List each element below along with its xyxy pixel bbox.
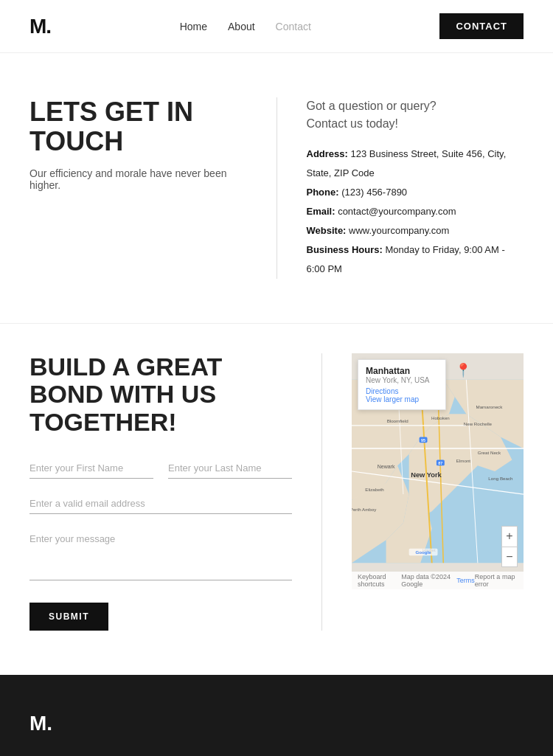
svg-text:Perth Amboy: Perth Amboy <box>352 507 377 512</box>
footer: M. ADDRESS 123 Business Street, Suite 45… <box>0 675 553 756</box>
svg-text:Long Beach: Long Beach <box>488 476 513 481</box>
map-place-sub: New York, NY, USA <box>366 376 438 384</box>
svg-text:Elmont: Elmont <box>456 458 471 463</box>
message-textarea[interactable] <box>29 529 292 580</box>
nav-about[interactable]: About <box>228 21 255 32</box>
first-name-input[interactable] <box>29 458 153 479</box>
map-zoom-in[interactable]: + <box>502 527 517 547</box>
address-row: Address: 123 Business Street, Suite 456,… <box>307 145 524 183</box>
map-zoom-out[interactable]: − <box>502 547 517 566</box>
map-popup: Manhattan New York, NY, USA Directions V… <box>358 359 446 410</box>
first-name-field <box>29 458 153 479</box>
website-row: Website: www.yourcompany.com <box>307 221 524 240</box>
svg-text:87: 87 <box>438 461 442 465</box>
website-label: Website: <box>307 225 347 236</box>
map-pin-icon: 📍 <box>455 362 471 378</box>
message-field-container <box>29 529 292 580</box>
email-field-container <box>29 493 292 514</box>
section-form-map: BUILD A GREAT BOND WITH US TOGETHER! SUB… <box>0 323 553 675</box>
svg-text:Elizabeth: Elizabeth <box>365 487 384 492</box>
nav-home[interactable]: Home <box>180 21 207 32</box>
section1-right: Got a question or query?Contact us today… <box>277 97 524 279</box>
last-name-input[interactable] <box>168 458 292 479</box>
map-keyboard-shortcuts: Keyboard shortcuts <box>358 573 401 588</box>
svg-text:Bloomfield: Bloomfield <box>387 418 409 423</box>
email-label: Email: <box>307 206 335 217</box>
contact-details: Address: 123 Business Street, Suite 456,… <box>307 145 524 279</box>
name-row <box>29 458 292 479</box>
website-value: www.yourcompany.com <box>349 225 449 236</box>
footer-logo: M. <box>29 712 524 735</box>
email-row: Email: contact@yourcompany.com <box>307 202 524 221</box>
phone-value: (123) 456-7890 <box>341 187 407 198</box>
svg-text:Google: Google <box>415 549 431 555</box>
svg-text:New York: New York <box>411 471 442 479</box>
svg-text:Mamaroneck: Mamaroneck <box>476 404 503 409</box>
phone-label: Phone: <box>307 187 339 198</box>
map-place-name: Manhattan <box>366 366 438 376</box>
map-footer: Keyboard shortcuts Map data ©2024 Google… <box>352 572 524 589</box>
map-data-info: Map data ©2024 Google <box>401 573 456 588</box>
map-zoom-controls: + − <box>501 526 518 567</box>
hours-label: Business Hours: <box>307 244 383 255</box>
svg-text:95: 95 <box>421 438 425 443</box>
section-contact-info: LETS GET IN TOUCH Our efficiency and mor… <box>0 53 553 323</box>
last-name-field <box>168 458 292 479</box>
section1-left: LETS GET IN TOUCH Our efficiency and mor… <box>29 97 277 279</box>
section1-subheading: Our efficiency and morale have never bee… <box>29 167 247 191</box>
svg-text:Hoboken: Hoboken <box>431 415 450 420</box>
map-container: 95 87 New York Newark Bloomfield Mamaron… <box>352 353 524 589</box>
section2-right: 95 87 New York Newark Bloomfield Mamaron… <box>322 353 524 631</box>
nav-contact[interactable]: Contact <box>276 21 311 32</box>
svg-text:New Rochelle: New Rochelle <box>464 421 493 426</box>
nav-contact-button[interactable]: CONTACT <box>439 13 524 39</box>
hours-row: Business Hours: Monday to Friday, 9:00 A… <box>307 240 524 279</box>
navbar: M. Home About Contact CONTACT <box>0 0 553 53</box>
svg-text:Newark: Newark <box>378 464 395 469</box>
email-value: contact@yourcompany.com <box>338 206 456 217</box>
email-input[interactable] <box>29 493 292 514</box>
map-larger-link[interactable]: View larger map <box>366 395 438 403</box>
logo: M. <box>29 15 51 38</box>
map-terms[interactable]: Terms <box>456 577 475 584</box>
phone-row: Phone: (123) 456-7890 <box>307 183 524 202</box>
section1-heading: LETS GET IN TOUCH <box>29 97 247 156</box>
section2-heading: BUILD A GREAT BOND WITH US TOGETHER! <box>29 353 292 436</box>
nav-links: Home About Contact <box>180 21 311 32</box>
svg-text:Great Neck: Great Neck <box>478 450 501 455</box>
submit-button[interactable]: SUBMIT <box>29 603 108 631</box>
section2-left: BUILD A GREAT BOND WITH US TOGETHER! SUB… <box>29 353 322 631</box>
map-report: Report a map error <box>475 573 518 588</box>
contact-intro: Got a question or query?Contact us today… <box>307 97 524 133</box>
map-directions-link[interactable]: Directions <box>366 387 438 395</box>
address-label: Address: <box>307 148 348 159</box>
